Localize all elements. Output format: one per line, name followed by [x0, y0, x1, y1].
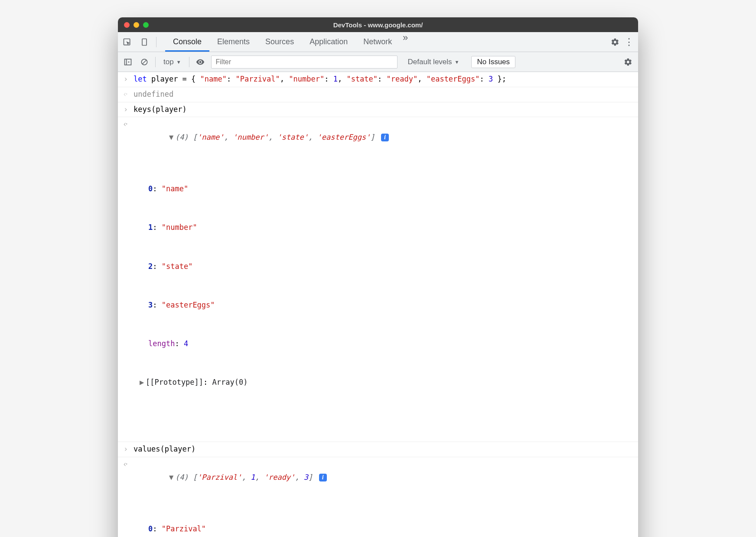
clear-console-icon[interactable] [139, 56, 150, 68]
live-expression-icon[interactable] [195, 56, 206, 68]
array-entry: 1: "number" [148, 221, 634, 234]
info-badge-icon[interactable]: i [319, 474, 327, 481]
console-input-line[interactable]: let player = { "name": "Parzival", "numb… [132, 73, 634, 86]
devtools-window: DevTools - www.google.com/ Console Eleme… [118, 17, 638, 537]
chevron-down-icon: ▼ [455, 59, 459, 65]
chevron-down-icon: ▼ [176, 59, 181, 65]
svg-rect-2 [125, 59, 131, 65]
input-marker-icon [120, 73, 132, 86]
filter-input[interactable] [211, 56, 398, 69]
console-input-line[interactable]: values(player) [132, 443, 634, 456]
close-icon[interactable] [124, 22, 130, 28]
settings-gear-icon[interactable] [609, 36, 621, 48]
window-title: DevTools - www.google.com/ [118, 21, 638, 29]
output-marker-icon [120, 118, 132, 441]
input-marker-icon [120, 103, 132, 116]
context-selector[interactable]: top▼ [161, 58, 184, 66]
input-marker-icon [120, 443, 132, 456]
console-output-line: ▼(4) ['name', 'number', 'state', 'easter… [132, 118, 634, 441]
more-tabs-icon[interactable]: » [400, 32, 411, 43]
tab-elements[interactable]: Elements [209, 32, 257, 52]
array-length: length: 4 [148, 337, 634, 350]
disclosure-triangle-icon[interactable]: ▼ [169, 471, 175, 484]
panel-tabs: Console Elements Sources Application Net… [165, 32, 411, 52]
inspect-icon[interactable] [121, 36, 133, 48]
array-entry: 2: "state" [148, 260, 634, 273]
disclosure-triangle-icon[interactable]: ▼ [169, 131, 175, 144]
issues-button[interactable]: No Issues [471, 56, 515, 68]
zoom-icon[interactable] [143, 22, 149, 28]
log-levels-selector[interactable]: Default levels▼ [408, 58, 459, 66]
titlebar: DevTools - www.google.com/ [118, 17, 638, 32]
tab-console[interactable]: Console [165, 32, 209, 52]
array-entry: 0: "Parzival" [148, 523, 634, 536]
array-entry: 0: "name" [148, 183, 634, 196]
console-input-line[interactable]: keys(player) [132, 103, 634, 116]
tab-network[interactable]: Network [355, 32, 400, 52]
console-output-line: undefined [132, 88, 634, 101]
minimize-icon[interactable] [134, 22, 139, 28]
array-entry: 3: "easterEggs" [148, 299, 634, 312]
output-marker-icon [120, 458, 132, 537]
prototype-row[interactable]: ▶[[Prototype]]: Array(0) [140, 376, 634, 389]
console-settings-gear-icon[interactable] [622, 56, 634, 68]
traffic-lights [124, 22, 149, 28]
info-badge-icon[interactable]: i [381, 134, 389, 141]
tab-sources[interactable]: Sources [257, 32, 302, 52]
tab-strip: Console Elements Sources Application Net… [118, 32, 638, 52]
output-marker-icon [120, 88, 132, 101]
tab-application[interactable]: Application [302, 32, 355, 52]
svg-rect-1 [142, 39, 147, 45]
device-toggle-icon[interactable] [139, 36, 150, 48]
console-output-line: ▼(4) ['Parzival', 1, 'ready', 3] i 0: "P… [132, 458, 634, 537]
kebab-menu-icon[interactable]: ⋮ [623, 36, 635, 48]
console-output: let player = { "name": "Parzival", "numb… [118, 72, 638, 537]
sidebar-toggle-icon[interactable] [122, 56, 134, 68]
console-toolbar: top▼ Default levels▼ No Issues [118, 52, 638, 72]
